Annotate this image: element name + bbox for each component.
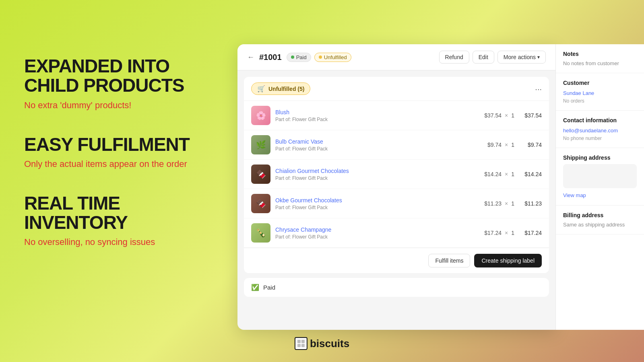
item-unit-price-okbe: $11.23 (484, 200, 502, 207)
item-meta-champ: Part of: Flower Gift Pack (275, 234, 479, 240)
item-info-okbe: Okbe Gourmet Chocolates Part of: Flower … (275, 197, 479, 210)
paid-badge: Paid (287, 53, 311, 62)
feature-title-1: EXPANDED INTO CHILD PRODUCTS (24, 56, 225, 95)
billing-address-content: Same as shipping address (563, 222, 637, 228)
item-meta-choc: Part of: Flower Gift Pack (275, 175, 479, 181)
paid-dot-icon (291, 56, 294, 59)
logo-icon (295, 337, 308, 350)
item-qty-champ: 1 (511, 230, 514, 236)
header-actions: Refund Edit More actions ▾ (439, 51, 546, 64)
item-pricing-okbe: $11.23 × 1 $11.23 (484, 200, 542, 207)
item-image-okbe: 🍫 (251, 194, 270, 213)
unfulfilled-section-label: Unfulfilled (5) (268, 86, 304, 92)
svg-rect-0 (297, 340, 301, 343)
line-item: 🌸 Blush Part of: Flower Gift Pack $37.54… (244, 101, 549, 130)
order-panel: ← #1001 Paid Unfulfilled Refund Edit Mor… (237, 44, 644, 330)
paid-card-label: Paid (263, 284, 275, 291)
item-info-vase: Bulb Ceramic Vase Part of: Flower Gift P… (275, 138, 483, 152)
unfulfilled-badge: Unfulfilled (314, 53, 351, 62)
item-info-champ: Chrysace Champagne Part of: Flower Gift … (275, 226, 479, 240)
contact-phone: No phone number (563, 136, 637, 141)
unfulfilled-card-header: 🛒 Unfulfilled (5) ··· (244, 77, 549, 101)
item-name-champ[interactable]: Chrysace Champagne (275, 226, 331, 233)
more-actions-label: More actions (504, 54, 536, 60)
back-arrow-icon[interactable]: ← (247, 53, 254, 62)
item-meta-vase: Part of: Flower Gift Pack (275, 146, 483, 152)
contact-title: Contact information (563, 117, 637, 123)
item-info-choc: Chialion Gourmet Chocolates Part of: Flo… (275, 167, 479, 181)
line-item: 🍫 Chialion Gourmet Chocolates Part of: F… (244, 160, 549, 189)
svg-rect-3 (301, 344, 305, 347)
shipping-address-section: Shipping address View map (556, 148, 644, 206)
unfulfilled-more-button[interactable]: ··· (535, 85, 542, 93)
notes-content: No notes from customer (563, 60, 637, 66)
item-pricing-choc: $14.24 × 1 $14.24 (484, 171, 542, 177)
item-image-blush: 🌸 (251, 106, 270, 125)
more-actions-button[interactable]: More actions ▾ (497, 51, 546, 64)
item-info-blush: Blush Part of: Flower Gift Pack (275, 109, 479, 122)
item-unit-price-champ: $17.24 (484, 230, 502, 236)
svg-rect-1 (301, 340, 305, 343)
notes-title: Notes (563, 51, 637, 57)
chevron-down-icon: ▾ (537, 54, 540, 60)
feature-block-3: REAL TIME INVENTORY No overselling, no s… (24, 193, 225, 248)
item-pricing-vase: $9.74 × 1 $9.74 (487, 142, 542, 148)
item-pricing-champ: $17.24 × 1 $17.24 (484, 230, 542, 236)
order-header: ← #1001 Paid Unfulfilled Refund Edit Mor… (237, 44, 555, 70)
left-panel: EXPANDED INTO CHILD PRODUCTS No extra 'd… (24, 56, 225, 272)
contact-email-link[interactable]: hello@sundaelane.com (563, 128, 618, 134)
item-unit-price-vase: $9.74 (487, 142, 502, 148)
billing-address-section: Billing address Same as shipping address (556, 206, 644, 234)
item-qty-choc: 1 (511, 171, 514, 177)
order-number: #1001 (259, 53, 282, 62)
unfulfilled-badge-label: Unfulfilled (324, 54, 347, 60)
item-total-choc: $14.24 (518, 171, 542, 177)
contact-section: Contact information hello@sundaelane.com… (556, 111, 644, 148)
refund-button[interactable]: Refund (439, 51, 469, 64)
item-qty-blush: 1 (511, 112, 514, 119)
svg-rect-2 (297, 344, 301, 347)
fulfill-items-button[interactable]: Fulfill items (428, 254, 470, 267)
item-qty-vase: 1 (511, 142, 514, 148)
item-meta-blush: Part of: Flower Gift Pack (275, 117, 479, 122)
item-image-choc: 🍫 (251, 165, 270, 184)
item-unit-price-blush: $37.54 (484, 112, 502, 119)
item-name-vase[interactable]: Bulb Ceramic Vase (275, 138, 323, 145)
unfulfilled-card: 🛒 Unfulfilled (5) ··· 🌸 Blush Part of: F… (244, 77, 549, 273)
line-item: 🍫 Okbe Gourmet Chocolates Part of: Flowe… (244, 189, 549, 218)
item-total-okbe: $11.23 (518, 200, 542, 207)
item-total-vase: $9.74 (518, 142, 542, 148)
item-qty-okbe: 1 (511, 200, 514, 207)
paid-check-icon: ✅ (251, 284, 259, 291)
feature-subtitle-3: No overselling, no syncing issues (24, 237, 225, 247)
feature-subtitle-1: No extra 'dummy' products! (24, 100, 225, 111)
item-total-blush: $37.54 (518, 112, 542, 119)
customer-name-link[interactable]: Sundae Lane (563, 90, 594, 96)
unfulfilled-dot-icon (319, 56, 322, 59)
line-item: 🍾 Chrysace Champagne Part of: Flower Gif… (244, 218, 549, 248)
edit-button[interactable]: Edit (473, 51, 494, 64)
item-name-okbe[interactable]: Okbe Gourmet Chocolates (275, 197, 342, 204)
cart-icon: 🛒 (257, 85, 265, 93)
shipping-address-box (563, 164, 637, 188)
notes-section: Notes No notes from customer (556, 44, 644, 73)
create-shipping-label-button[interactable]: Create shipping label (474, 254, 542, 267)
item-image-champ: 🍾 (251, 223, 270, 243)
item-pricing-blush: $37.54 × 1 $37.54 (484, 112, 542, 119)
item-name-choc[interactable]: Chialion Gourmet Chocolates (275, 168, 349, 174)
item-unit-price-choc: $14.24 (484, 171, 502, 177)
feature-block-1: EXPANDED INTO CHILD PRODUCTS No extra 'd… (24, 56, 225, 111)
item-image-vase: 🌿 (251, 135, 270, 154)
line-item: 🌿 Bulb Ceramic Vase Part of: Flower Gift… (244, 130, 549, 160)
shipping-address-title: Shipping address (563, 154, 637, 161)
view-map-link[interactable]: View map (563, 192, 586, 198)
order-body: 🛒 Unfulfilled (5) ··· 🌸 Blush Part of: F… (237, 70, 555, 303)
item-name-blush[interactable]: Blush (275, 109, 289, 115)
order-main: ← #1001 Paid Unfulfilled Refund Edit Mor… (237, 44, 555, 330)
feature-title-2: EASY FULFILMENT (24, 135, 225, 154)
feature-title-3: REAL TIME INVENTORY (24, 193, 225, 232)
customer-section: Customer Sundae Lane No orders (556, 73, 644, 111)
item-meta-okbe: Part of: Flower Gift Pack (275, 205, 479, 210)
item-total-champ: $17.24 (518, 230, 542, 236)
feature-block-2: EASY FULFILMENT Only the actual items ap… (24, 135, 225, 169)
